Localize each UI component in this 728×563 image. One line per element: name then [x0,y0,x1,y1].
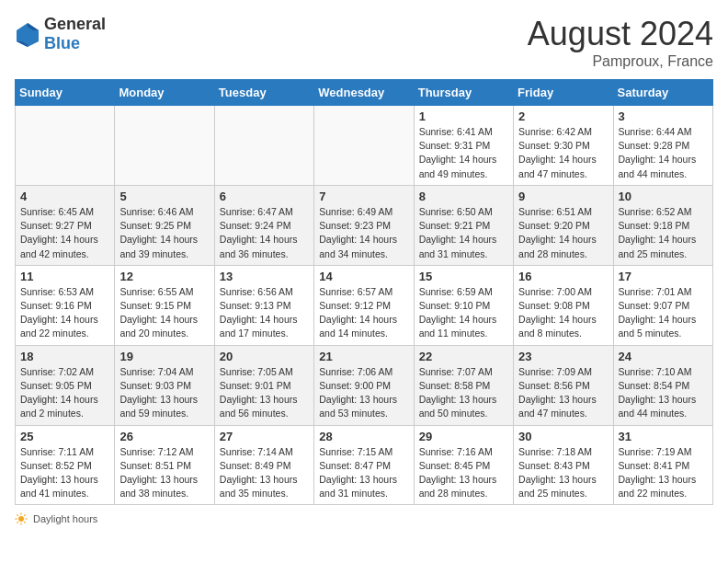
day-info: Sunrise: 7:07 AM Sunset: 8:58 PM Dayligh… [419,365,508,421]
logo-icon [15,21,40,47]
month-year: August 2024 [528,15,713,53]
day-info: Sunrise: 7:10 AM Sunset: 8:54 PM Dayligh… [619,365,708,421]
calendar-cell: 3Sunrise: 6:44 AM Sunset: 9:28 PM Daylig… [613,106,712,186]
day-number: 3 [619,109,708,123]
calendar-cell [115,106,214,186]
calendar-cell [214,106,313,186]
day-info: Sunrise: 6:52 AM Sunset: 9:18 PM Dayligh… [619,205,708,261]
day-info: Sunrise: 6:47 AM Sunset: 9:24 PM Dayligh… [220,205,309,261]
calendar-cell: 28Sunrise: 7:15 AM Sunset: 8:47 PM Dayli… [314,425,414,505]
day-info: Sunrise: 7:02 AM Sunset: 9:05 PM Dayligh… [20,365,109,421]
title-block: August 2024 Pamproux, France [528,15,713,70]
day-number: 5 [119,190,209,203]
day-info: Sunrise: 6:49 AM Sunset: 9:23 PM Dayligh… [319,205,408,261]
day-info: Sunrise: 7:00 AM Sunset: 9:08 PM Dayligh… [518,285,608,341]
day-info: Sunrise: 6:44 AM Sunset: 9:28 PM Dayligh… [619,125,708,181]
calendar-week-3: 18Sunrise: 7:02 AM Sunset: 9:05 PM Dayli… [16,345,713,425]
calendar-cell: 31Sunrise: 7:19 AM Sunset: 8:41 PM Dayli… [613,425,712,505]
day-info: Sunrise: 6:42 AM Sunset: 9:30 PM Dayligh… [518,125,608,181]
day-info: Sunrise: 7:06 AM Sunset: 9:00 PM Dayligh… [319,365,408,421]
svg-point-3 [18,516,24,522]
day-info: Sunrise: 7:05 AM Sunset: 9:01 PM Dayligh… [220,365,309,421]
calendar-cell: 11Sunrise: 6:53 AM Sunset: 9:16 PM Dayli… [16,265,115,345]
calendar-cell: 22Sunrise: 7:07 AM Sunset: 8:58 PM Dayli… [414,345,513,425]
calendar-cell: 30Sunrise: 7:18 AM Sunset: 8:43 PM Dayli… [514,425,613,505]
col-friday: Friday [514,80,613,106]
day-number: 25 [20,430,109,443]
day-number: 6 [220,190,309,203]
day-number: 8 [419,190,508,203]
calendar-cell: 13Sunrise: 6:56 AM Sunset: 9:13 PM Dayli… [214,265,313,345]
day-info: Sunrise: 6:41 AM Sunset: 9:31 PM Dayligh… [419,125,508,181]
day-number: 16 [518,270,608,283]
calendar-cell: 6Sunrise: 6:47 AM Sunset: 9:24 PM Daylig… [214,185,313,265]
logo: General Blue [15,15,106,53]
calendar-week-4: 25Sunrise: 7:11 AM Sunset: 8:52 PM Dayli… [16,425,713,505]
day-number: 26 [119,430,209,443]
calendar-cell: 1Sunrise: 6:41 AM Sunset: 9:31 PM Daylig… [414,106,513,186]
calendar-cell: 18Sunrise: 7:02 AM Sunset: 9:05 PM Dayli… [16,345,115,425]
col-sunday: Sunday [16,80,115,106]
day-info: Sunrise: 7:16 AM Sunset: 8:45 PM Dayligh… [419,445,508,501]
day-number: 4 [20,190,109,203]
svg-line-11 [17,523,17,523]
day-number: 15 [419,270,508,283]
day-info: Sunrise: 6:46 AM Sunset: 9:25 PM Dayligh… [119,205,209,261]
day-info: Sunrise: 6:51 AM Sunset: 9:20 PM Dayligh… [518,205,608,261]
calendar-cell: 15Sunrise: 6:59 AM Sunset: 9:10 PM Dayli… [414,265,513,345]
day-info: Sunrise: 7:01 AM Sunset: 9:07 PM Dayligh… [619,285,708,341]
page-header: General Blue August 2024 Pamproux, Franc… [15,15,713,70]
day-number: 18 [20,350,109,363]
calendar-cell [16,106,115,186]
calendar-cell: 24Sunrise: 7:10 AM Sunset: 8:54 PM Dayli… [613,345,712,425]
day-info: Sunrise: 6:50 AM Sunset: 9:21 PM Dayligh… [419,205,508,261]
day-info: Sunrise: 7:19 AM Sunset: 8:41 PM Dayligh… [619,445,708,501]
svg-line-9 [24,523,25,523]
day-number: 29 [419,430,508,443]
calendar-cell: 10Sunrise: 6:52 AM Sunset: 9:18 PM Dayli… [613,185,712,265]
svg-line-10 [24,515,25,516]
day-number: 24 [619,350,708,363]
day-info: Sunrise: 7:09 AM Sunset: 8:56 PM Dayligh… [518,365,608,421]
day-info: Sunrise: 6:55 AM Sunset: 9:15 PM Dayligh… [119,285,209,341]
day-info: Sunrise: 7:15 AM Sunset: 8:47 PM Dayligh… [319,445,408,501]
calendar-week-1: 4Sunrise: 6:45 AM Sunset: 9:27 PM Daylig… [16,185,713,265]
calendar-cell: 2Sunrise: 6:42 AM Sunset: 9:30 PM Daylig… [514,106,613,186]
day-number: 22 [419,350,508,363]
col-thursday: Thursday [414,80,513,106]
day-number: 31 [619,430,708,443]
day-number: 14 [319,270,408,283]
day-number: 27 [220,430,309,443]
day-number: 12 [119,270,209,283]
day-number: 21 [319,350,408,363]
day-info: Sunrise: 7:12 AM Sunset: 8:51 PM Dayligh… [119,445,209,501]
col-tuesday: Tuesday [214,80,313,106]
svg-line-8 [17,515,17,516]
day-number: 19 [119,350,209,363]
day-number: 11 [20,270,109,283]
day-number: 2 [518,109,608,123]
calendar-cell: 14Sunrise: 6:57 AM Sunset: 9:12 PM Dayli… [314,265,414,345]
calendar-cell: 5Sunrise: 6:46 AM Sunset: 9:25 PM Daylig… [115,185,214,265]
day-number: 9 [518,190,608,203]
location: Pamproux, France [528,53,713,70]
calendar-cell: 4Sunrise: 6:45 AM Sunset: 9:27 PM Daylig… [16,185,115,265]
calendar-cell: 17Sunrise: 7:01 AM Sunset: 9:07 PM Dayli… [613,265,712,345]
day-info: Sunrise: 6:59 AM Sunset: 9:10 PM Dayligh… [419,285,508,341]
calendar-cell: 25Sunrise: 7:11 AM Sunset: 8:52 PM Dayli… [16,425,115,505]
calendar-cell: 20Sunrise: 7:05 AM Sunset: 9:01 PM Dayli… [214,345,313,425]
sun-icon [15,512,28,525]
calendar-cell: 21Sunrise: 7:06 AM Sunset: 9:00 PM Dayli… [314,345,414,425]
day-number: 17 [619,270,708,283]
col-saturday: Saturday [613,80,712,106]
daylight-label: Daylight hours [33,513,97,524]
day-info: Sunrise: 7:04 AM Sunset: 9:03 PM Dayligh… [119,365,209,421]
calendar-cell: 26Sunrise: 7:12 AM Sunset: 8:51 PM Dayli… [115,425,214,505]
calendar-cell: 9Sunrise: 6:51 AM Sunset: 9:20 PM Daylig… [514,185,613,265]
calendar-cell: 23Sunrise: 7:09 AM Sunset: 8:56 PM Dayli… [514,345,613,425]
col-monday: Monday [115,80,214,106]
day-info: Sunrise: 6:57 AM Sunset: 9:12 PM Dayligh… [319,285,408,341]
calendar-cell: 7Sunrise: 6:49 AM Sunset: 9:23 PM Daylig… [314,185,414,265]
col-wednesday: Wednesday [314,80,414,106]
calendar-cell: 8Sunrise: 6:50 AM Sunset: 9:21 PM Daylig… [414,185,513,265]
